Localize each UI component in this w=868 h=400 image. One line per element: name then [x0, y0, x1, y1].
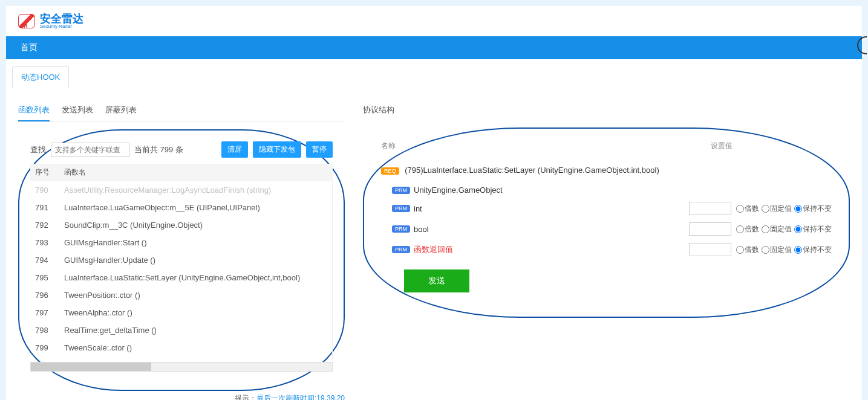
detail-panel: 名称 设置值 REQ (795)LuaInterface.LuaStatic:S…: [363, 127, 850, 318]
list-item[interactable]: 797TweenAlpha:.ctor (): [30, 304, 332, 321]
param-label: int: [414, 204, 689, 213]
return-label: 函数返回值: [414, 244, 689, 255]
count-text: 当前共 799 条: [134, 144, 217, 155]
col-seq: 序号: [35, 167, 59, 178]
list-item[interactable]: 790AssetUtility.ResourceManager:LogAsync…: [30, 181, 332, 199]
radio-group: 倍数 固定值 保持不变: [736, 245, 832, 255]
tab-block-list[interactable]: 屏蔽列表: [105, 100, 137, 121]
list-item[interactable]: 795LuaInterface.LuaStatic:SetLayer (Unit…: [30, 269, 332, 286]
protocol-title: 协议结构: [363, 100, 850, 120]
nav-home[interactable]: 首页: [21, 42, 38, 52]
content: 函数列表 发送列表 屏蔽列表 查找 当前共 799 条 清屏 隐藏下发包 暂停 …: [6, 88, 862, 400]
brand-title: 安全雷达: [40, 13, 83, 25]
func-list[interactable]: 790AssetUtility.ResourceManager:LogAsync…: [30, 181, 333, 360]
table-header: 序号 函数名: [30, 164, 333, 181]
param-value-input[interactable]: [689, 222, 731, 236]
radio-fixed[interactable]: 固定值: [762, 204, 792, 214]
list-item[interactable]: 793GUIMsgHandler:Start (): [30, 234, 332, 251]
hide-button[interactable]: 隐藏下发包: [253, 141, 301, 158]
radio-keep[interactable]: 保持不变: [794, 204, 832, 214]
right-column: 协议结构 名称 设置值 REQ (795)LuaInterface.LuaSta…: [363, 100, 850, 400]
header: 安全雷达 Security Radar: [6, 6, 862, 36]
req-badge-icon: REQ: [381, 167, 399, 175]
col-name: 函数名: [59, 167, 328, 178]
subtab-row: 动态HOOK: [6, 59, 862, 88]
search-label: 查找: [30, 144, 46, 155]
tab-func-list[interactable]: 函数列表: [18, 100, 50, 121]
prm-badge-icon: PRM: [392, 246, 410, 253]
brand-logo-icon: [18, 14, 35, 28]
left-tabs: 函数列表 发送列表 屏蔽列表: [18, 100, 345, 122]
list-item[interactable]: 791LuaInterface.LuaGameObject:m__5E (UIP…: [30, 199, 332, 216]
list-item[interactable]: 796TweenPosition:.ctor (): [30, 286, 332, 304]
horizontal-scrollbar[interactable]: [30, 362, 333, 372]
send-button[interactable]: 发送: [404, 269, 469, 292]
search-input[interactable]: [51, 143, 129, 157]
radio-multiply[interactable]: 倍数: [736, 224, 759, 234]
hint-row: 提示：最后一次刷新时间:19.39.20: [18, 393, 345, 400]
scrollbar-thumb[interactable]: [31, 363, 151, 371]
list-item[interactable]: 799TweenScale:.ctor (): [30, 339, 332, 356]
tab-dynamic-hook[interactable]: 动态HOOK: [12, 66, 69, 88]
param-row: PRM bool 倍数 固定值 保持不变: [381, 219, 832, 239]
prm-badge-icon: PRM: [392, 187, 410, 194]
param-label: bool: [414, 225, 689, 234]
radio-keep[interactable]: 保持不变: [794, 245, 832, 255]
radio-multiply[interactable]: 倍数: [736, 245, 759, 255]
pause-button[interactable]: 暂停: [306, 141, 333, 158]
hint-prefix: 提示：: [235, 394, 256, 400]
param-label: UnityEngine.GameObject: [414, 185, 832, 195]
radio-fixed[interactable]: 固定值: [762, 224, 792, 234]
list-item[interactable]: 792SoundClip:m__3C (UnityEngine.Object): [30, 216, 332, 234]
prm-badge-icon: PRM: [392, 225, 410, 233]
left-column: 函数列表 发送列表 屏蔽列表 查找 当前共 799 条 清屏 隐藏下发包 暂停 …: [18, 100, 345, 400]
param-row: PRM UnityEngine.GameObject: [381, 182, 832, 198]
tab-send-list[interactable]: 发送列表: [62, 100, 93, 121]
clear-button[interactable]: 清屏: [221, 141, 248, 158]
radio-multiply[interactable]: 倍数: [736, 204, 759, 214]
list-item[interactable]: 798RealTime:get_deltaTime (): [30, 321, 332, 339]
selected-function: REQ (795)LuaInterface.LuaStatic:SetLayer…: [381, 166, 832, 175]
detail-header: 名称 设置值: [381, 141, 832, 151]
list-item[interactable]: 794GUIMsgHandler:Update (): [30, 251, 332, 269]
radio-group: 倍数 固定值 保持不变: [736, 204, 832, 214]
prm-badge-icon: PRM: [392, 205, 410, 212]
radio-keep[interactable]: 保持不变: [794, 224, 832, 234]
nav-bar: 首页: [6, 36, 862, 59]
func-list-panel: 查找 当前共 799 条 清屏 隐藏下发包 暂停 序号 函数名 790Asset…: [18, 129, 345, 391]
radio-fixed[interactable]: 固定值: [762, 245, 792, 255]
radio-group: 倍数 固定值 保持不变: [736, 224, 832, 234]
func-title: (795)LuaInterface.LuaStatic:SetLayer (Un…: [405, 166, 659, 175]
hint-link[interactable]: 最后一次刷新时间:19.39.20: [256, 394, 345, 400]
param-value-input[interactable]: [689, 243, 731, 256]
param-row: PRM int 倍数 固定值 保持不变: [381, 198, 832, 219]
param-row: PRM 函数返回值 倍数 固定值 保持不变: [381, 239, 832, 260]
col-val-label: 设置值: [711, 141, 832, 151]
param-value-input[interactable]: [689, 202, 731, 215]
col-name-label: 名称: [381, 141, 711, 151]
search-row: 查找 当前共 799 条 清屏 隐藏下发包 暂停: [30, 141, 333, 158]
